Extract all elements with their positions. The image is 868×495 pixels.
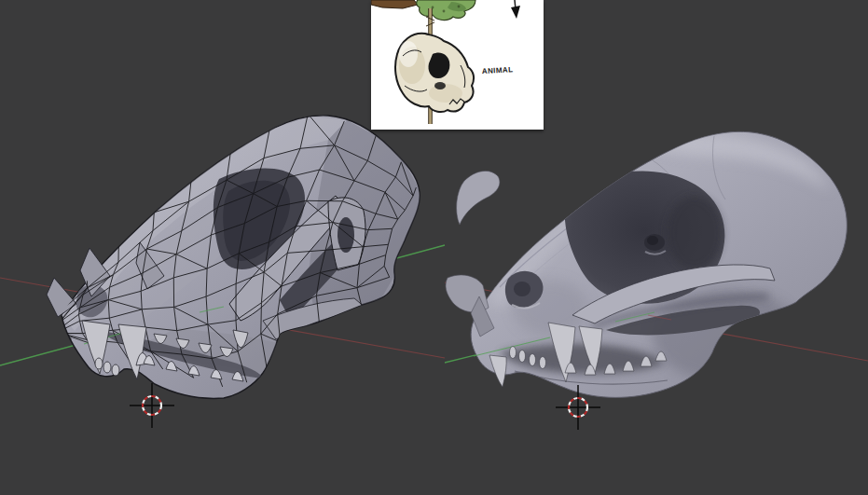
blender-viewport-composite: ANIMAL [0,0,868,495]
reference-annotation-text: ANIMAL [482,65,514,76]
reference-image: ANIMAL [371,0,544,130]
